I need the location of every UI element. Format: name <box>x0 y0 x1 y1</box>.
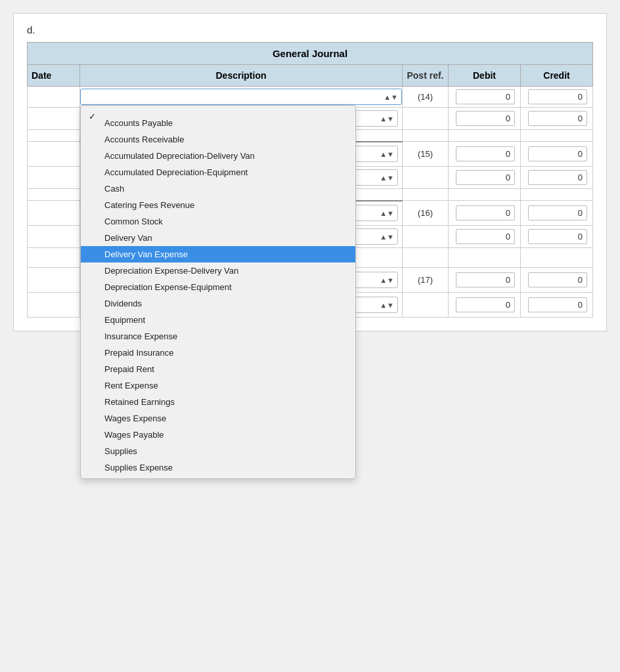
debit-16-1 <box>449 201 521 226</box>
credit-16-2 <box>521 226 593 248</box>
debit-input-14-2[interactable] <box>456 111 515 126</box>
dropdown-item-dep-exp-van[interactable]: Depreciation Expense-Delivery Van <box>81 262 355 279</box>
credit-input-14-2[interactable] <box>528 111 587 126</box>
dropdown-item-dividends[interactable]: Dividends <box>81 295 355 312</box>
description-select-wrapper[interactable]: ▲▼ <box>80 89 402 105</box>
postref-17b <box>403 293 449 318</box>
debit-input-16-1[interactable] <box>456 205 515 220</box>
dropdown-item-retained-earnings[interactable]: Retained Earnings <box>81 394 355 410</box>
debit-17-1 <box>449 268 521 293</box>
credit-input-15-1[interactable] <box>528 146 587 161</box>
credit-input-16-2[interactable] <box>528 229 587 244</box>
header-postref: Post ref. <box>403 65 449 87</box>
debit-17-2 <box>449 293 521 318</box>
dropdown-item-prepaid-insurance[interactable]: Prepaid Insurance <box>81 345 355 361</box>
dropdown-item-supplies[interactable]: Supplies <box>81 443 355 459</box>
dropdown-item-wages-payable[interactable]: Wages Payable <box>81 427 355 443</box>
spacer-row-top: ▲▼ ✓ Accounts Payable Accounts Receivabl… <box>28 87 593 108</box>
debit-input-17-2[interactable] <box>456 297 515 312</box>
page-container: d. General Journal Date Description Post… <box>13 13 607 331</box>
dropdown-item-prepaid-rent[interactable]: Prepaid Rent <box>81 361 355 377</box>
dropdown-item-delivery-van[interactable]: Delivery Van <box>81 230 355 246</box>
debit-15-2 <box>449 167 521 189</box>
debit-input-16-2[interactable] <box>456 229 515 244</box>
debit-14-1 <box>449 87 521 108</box>
check-icon: ✓ <box>89 112 96 121</box>
debit-input-17-1[interactable] <box>456 272 515 287</box>
dropdown-item-delivery-van-expense[interactable]: Delivery Van Expense <box>81 246 355 262</box>
debit-input-15-1[interactable] <box>456 146 515 161</box>
dropdown-item-dep-exp-equip[interactable]: Depreciation Expense-Equipment <box>81 279 355 295</box>
credit-17-1 <box>521 268 593 293</box>
credit-input-15-2[interactable] <box>528 170 587 185</box>
debit-15-1 <box>449 142 521 167</box>
dropdown-item-accounts-payable[interactable]: Accounts Payable <box>81 115 355 131</box>
credit-input-17-1[interactable] <box>528 272 587 287</box>
dropdown-item-accum-dep-van[interactable]: Accumulated Depreciation-Delivery Van <box>81 148 355 164</box>
postref-16b <box>403 226 449 248</box>
dropdown-overlay[interactable]: ✓ Accounts Payable Accounts Receivable A… <box>80 105 356 479</box>
dropdown-item-wages-expense[interactable]: Wages Expense <box>81 410 355 427</box>
debit-input-15-2[interactable] <box>456 170 515 185</box>
credit-input-17-2[interactable] <box>528 297 587 312</box>
table-header-row: Date Description Post ref. Debit Credit <box>28 65 593 87</box>
table-title: General Journal <box>28 43 593 65</box>
page-label: d. <box>27 24 593 35</box>
header-description: Description <box>80 65 403 87</box>
postref-15b <box>403 167 449 189</box>
credit-14-2 <box>521 108 593 130</box>
dropdown-item-accum-dep-equip[interactable]: Accumulated Depreciation-Equipment <box>81 164 355 180</box>
header-date: Date <box>28 65 80 87</box>
credit-17-2 <box>521 293 593 318</box>
debit-14-2 <box>449 108 521 130</box>
dropdown-item-cash[interactable]: Cash <box>81 180 355 197</box>
credit-15-2 <box>521 167 593 189</box>
dropdown-item-rent-expense[interactable]: Rent Expense <box>81 377 355 394</box>
postref-15: (15) <box>403 142 449 167</box>
header-credit: Credit <box>521 65 593 87</box>
credit-15-1 <box>521 142 593 167</box>
dropdown-item-supplies-expense[interactable]: Supplies Expense <box>81 459 355 476</box>
postref-14b <box>403 108 449 130</box>
debit-16-2 <box>449 226 521 248</box>
credit-14-1 <box>521 87 593 108</box>
dropdown-item-catering-fees[interactable]: Catering Fees Revenue <box>81 197 355 213</box>
header-debit: Debit <box>449 65 521 87</box>
credit-16-1 <box>521 201 593 226</box>
postref-14: (14) <box>403 87 449 108</box>
dropdown-item-equipment[interactable]: Equipment <box>81 312 355 328</box>
postref-16: (16) <box>403 201 449 226</box>
credit-input-14-1[interactable] <box>528 89 587 104</box>
credit-input-16-1[interactable] <box>528 205 587 220</box>
debit-input-14-1[interactable] <box>456 89 515 104</box>
dropdown-item-common-stock[interactable]: Common Stock <box>81 213 355 230</box>
general-journal-table: General Journal Date Description Post re… <box>27 42 593 318</box>
dropdown-item-accounts-receivable[interactable]: Accounts Receivable <box>81 131 355 148</box>
postref-17: (17) <box>403 268 449 293</box>
dropdown-item-insurance-exp[interactable]: Insurance Expense <box>81 328 355 345</box>
table-title-row: General Journal <box>28 43 593 65</box>
description-dropdown[interactable] <box>80 89 402 105</box>
dropdown-item-blank[interactable]: ✓ <box>81 108 355 115</box>
